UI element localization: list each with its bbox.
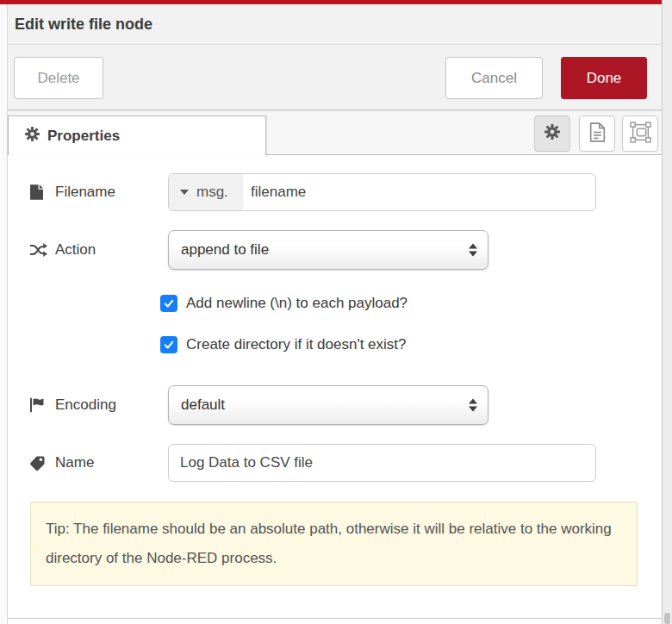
name-label-group: Name [30,454,168,471]
filename-label-group: Filename [30,184,168,201]
node-appearance-button[interactable] [622,115,658,152]
tab-properties[interactable]: Properties [8,115,266,155]
newline-checkbox-row: Add newline (\n) to each payload? [160,294,662,313]
node-description-button[interactable] [579,115,615,152]
flag-icon [30,397,47,413]
done-button[interactable]: Done [561,57,647,99]
action-label: Action [55,241,96,259]
tip-box: Tip: The filename should be an absolute … [30,502,638,586]
newline-checkbox-label[interactable]: Add newline (\n) to each payload? [186,295,408,312]
page-title: Edit write file node [15,16,152,34]
left-gutter [0,4,8,624]
filename-input[interactable] [243,174,595,210]
filename-label: Filename [55,184,115,201]
action-label-group: Action [30,241,168,259]
name-input[interactable] [169,445,595,481]
scrollbar-track[interactable] [662,0,672,624]
mkdir-checkbox[interactable] [160,336,177,353]
filename-type-label: msg. [196,184,228,201]
tab-bar: Properties [8,111,662,155]
name-label: Name [55,454,94,471]
filename-row: Filename msg. [30,173,662,211]
gear-icon [544,124,560,143]
select-arrows-icon [469,399,477,412]
newline-checkbox[interactable] [160,295,177,312]
filename-typed-input: msg. [168,173,596,211]
encoding-select[interactable]: default [168,385,488,425]
cancel-button[interactable]: Cancel [445,57,543,99]
node-settings-button[interactable] [534,115,570,152]
encoding-select-value: default [181,396,225,414]
shuffle-icon [30,243,47,257]
action-select-value: append to file [181,241,269,259]
delete-button[interactable]: Delete [14,57,103,99]
encoding-row: Encoding default [30,385,662,425]
document-icon [589,122,606,146]
tray-panel: Edit write file node Delete Cancel Done [8,4,662,618]
chevron-down-icon [180,190,189,195]
dialog-header: Edit write file node [8,4,662,45]
tag-icon [30,456,47,471]
name-input-wrap [168,444,596,482]
mkdir-checkbox-label[interactable]: Create directory if it doesn't exist? [186,336,407,353]
name-row: Name [30,444,662,482]
gear-icon [25,127,40,145]
action-row: Action append to file [30,230,662,270]
dialog-bottom-border [8,618,662,619]
select-arrows-icon [469,244,477,257]
appearance-icon [630,122,651,147]
file-icon [30,184,47,200]
encoding-label: Encoding [55,396,116,414]
encoding-label-group: Encoding [30,396,168,414]
properties-form: Filename msg. [8,155,662,586]
action-select[interactable]: append to file [168,230,488,270]
edit-node-dialog: Edit write file node Delete Cancel Done [0,0,672,624]
filename-type-select[interactable]: msg. [169,174,243,210]
tab-properties-label: Properties [47,128,120,145]
dialog-action-bar: Delete Cancel Done [8,45,662,111]
mkdir-checkbox-row: Create directory if it doesn't exist? [160,335,662,354]
scrollbar-thumb[interactable] [664,613,670,624]
